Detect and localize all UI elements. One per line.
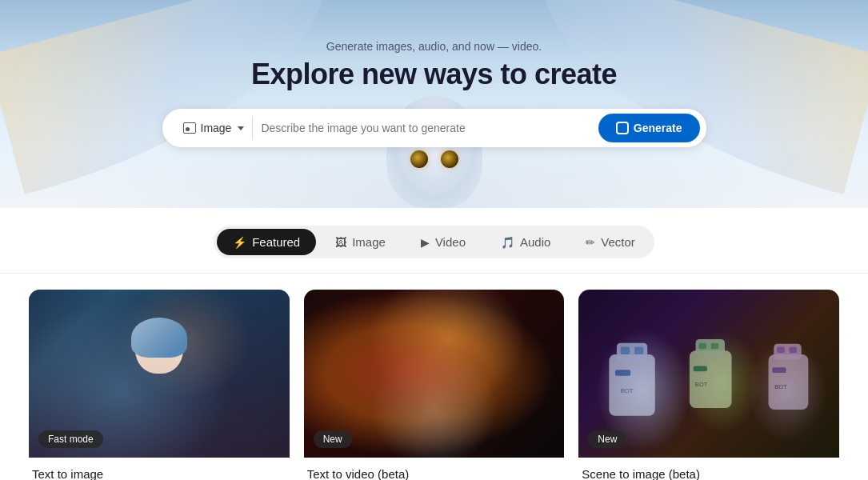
- card-title-3: Scene to image (beta): [582, 467, 836, 480]
- generate-button[interactable]: Generate: [598, 114, 700, 142]
- anime-character: [119, 314, 199, 458]
- hero-subtitle: Generate images, audio, and now — video.: [326, 40, 542, 53]
- tab-image-label: Image: [352, 235, 386, 249]
- new-badge-1: New: [314, 430, 352, 448]
- type-selector[interactable]: Image: [175, 117, 254, 139]
- svg-rect-3: [634, 346, 643, 354]
- featured-icon: ⚡: [233, 237, 246, 248]
- card-scene-to-image[interactable]: BOT BOT BOT New Scene to image (beta): [578, 290, 839, 480]
- new-badge-2: New: [588, 430, 626, 448]
- hero-section: Generate images, audio, and now — video.…: [0, 0, 868, 208]
- hero-content: Generate images, audio, and now — video.…: [0, 0, 868, 147]
- svg-rect-4: [615, 370, 630, 376]
- svg-text:BOT: BOT: [775, 383, 788, 390]
- hero-title: Explore new ways to create: [251, 58, 617, 91]
- search-bar: Image Generate: [162, 109, 706, 147]
- image-tab-icon: 🖼: [335, 237, 346, 248]
- card-footer-2: Text to video (beta): [304, 458, 565, 480]
- tab-video-label: Video: [435, 235, 466, 249]
- card-title-2: Text to video (beta): [307, 467, 562, 480]
- tab-featured-label: Featured: [252, 235, 300, 249]
- cards-section: Fast mode Text to image New Text to vide…: [0, 274, 868, 480]
- audio-tab-icon: 🎵: [501, 237, 514, 248]
- svg-text:BOT: BOT: [695, 381, 708, 388]
- tab-vector[interactable]: ✏ Vector: [570, 229, 651, 255]
- tabs-container: ⚡ Featured 🖼 Image ▶ Video 🎵 Audio ✏ Vec…: [214, 226, 654, 258]
- fast-mode-badge: Fast mode: [38, 430, 103, 448]
- owl-left-eye: [410, 150, 428, 168]
- svg-rect-0: [610, 354, 655, 416]
- card-footer-1: Text to image: [29, 458, 290, 480]
- tab-audio[interactable]: 🎵 Audio: [485, 229, 566, 255]
- svg-rect-9: [711, 343, 719, 350]
- search-input[interactable]: [261, 122, 598, 134]
- card-image-2: New: [304, 290, 565, 458]
- tab-video[interactable]: ▶ Video: [405, 229, 482, 255]
- tab-featured[interactable]: ⚡ Featured: [217, 229, 316, 255]
- tab-vector-label: Vector: [601, 235, 635, 249]
- tabs-section: ⚡ Featured 🖼 Image ▶ Video 🎵 Audio ✏ Vec…: [0, 208, 868, 274]
- svg-rect-2: [621, 346, 630, 354]
- svg-rect-12: [769, 354, 809, 410]
- generate-icon: [616, 122, 629, 134]
- tab-image[interactable]: 🖼 Image: [319, 229, 402, 255]
- card-footer-3: Scene to image (beta): [578, 458, 839, 480]
- anime-hair: [131, 318, 187, 358]
- svg-rect-6: [690, 350, 732, 408]
- owl-eyes-decoration: [410, 150, 458, 168]
- card-text-to-image[interactable]: Fast mode Text to image: [29, 290, 290, 480]
- card-title-1: Text to image: [32, 467, 286, 480]
- svg-text:BOT: BOT: [621, 387, 634, 394]
- svg-rect-8: [699, 343, 707, 350]
- svg-rect-10: [694, 366, 707, 371]
- chevron-down-icon: [238, 126, 244, 130]
- video-tab-icon: ▶: [421, 237, 430, 248]
- svg-rect-15: [790, 346, 798, 353]
- owl-right-eye: [441, 150, 458, 168]
- svg-rect-14: [777, 346, 785, 353]
- card-text-to-video[interactable]: New Text to video (beta): [304, 290, 565, 480]
- tab-audio-label: Audio: [520, 235, 550, 249]
- card-image-3: BOT BOT BOT New: [578, 290, 839, 458]
- vector-tab-icon: ✏: [586, 237, 595, 248]
- generate-label: Generate: [634, 122, 682, 134]
- svg-rect-16: [773, 367, 786, 373]
- image-type-icon: [183, 122, 196, 134]
- type-label: Image: [201, 122, 232, 134]
- card-image-1: Fast mode: [29, 290, 290, 458]
